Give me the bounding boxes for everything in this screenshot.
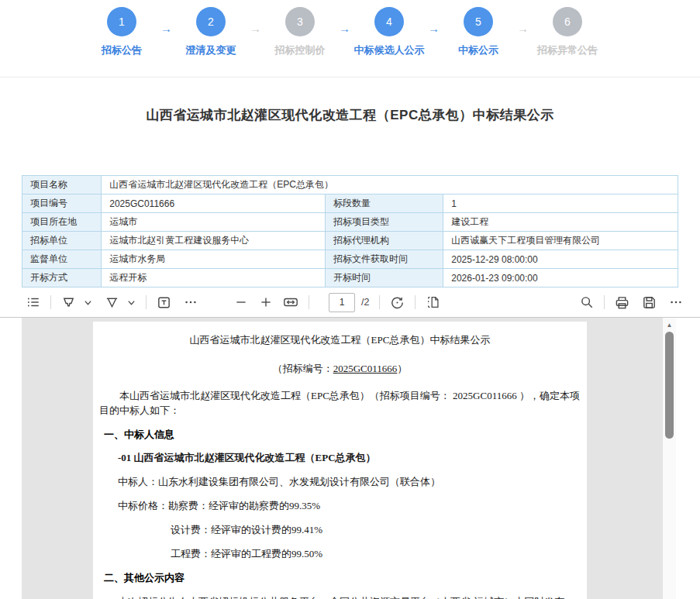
arrow-right-icon: → — [516, 22, 530, 35]
field-label: 招标代理机构 — [325, 232, 443, 250]
field-label: 标段数量 — [325, 195, 443, 213]
fit-width-icon[interactable] — [283, 294, 298, 310]
page-title: 山西省运城市北赵灌区现代化改造工程（EPC总承包）中标结果公示 — [0, 106, 700, 124]
field-label: 招标项目类型 — [325, 213, 443, 232]
toolbar-divider — [379, 295, 380, 309]
arrow-right-icon: → — [248, 22, 263, 35]
draw-icon[interactable] — [105, 295, 119, 310]
field-value: 运城市 — [102, 213, 326, 232]
zoom-in-icon[interactable] — [260, 296, 272, 308]
search-icon[interactable] — [580, 295, 594, 309]
progress-stepper: 1 招标公告 → 2 澄清及变更 → 3 招标控制价 → 4 中标候选人公示 →… — [0, 0, 700, 77]
vertical-scrollbar[interactable]: ▲ — [663, 318, 676, 599]
field-value: 山西诚赢天下工程项目管理有限公司 — [443, 232, 678, 250]
field-value: 2026-01-23 09:00:00 — [443, 269, 678, 287]
pdf-page: 山西省运城市北赵灌区现代化改造工程（EPC总承包）中标结果公示 （招标编号：20… — [93, 322, 587, 599]
toolbar-divider — [415, 295, 416, 309]
save-icon[interactable] — [642, 295, 657, 310]
doc-price-design: 设计费：经评审的设计费的99.41% — [171, 522, 581, 537]
table-row: 开标方式 远程开标 开标时间 2026-01-23 09:00:00 — [22, 269, 678, 287]
field-label: 项目名称 — [22, 176, 102, 195]
step-clarification[interactable]: 2 澄清及变更 — [174, 7, 248, 57]
table-row: 监督单位 运城市水务局 招标文件获取时间 2025-12-29 08:00:00 — [22, 250, 678, 269]
field-label: 项目所在地 — [22, 213, 102, 232]
step-bid-announcement[interactable]: 1 招标公告 — [84, 7, 159, 57]
step-number: 2 — [196, 7, 226, 36]
step-number: 6 — [553, 7, 582, 36]
doc-intro: 本山西省运城市北赵灌区现代化改造工程（EPC总承包）（招标项目编号： 2025G… — [99, 388, 581, 418]
zoom-out-icon[interactable] — [235, 296, 247, 308]
toolbar-divider — [309, 295, 309, 309]
field-value: 2025-12-29 08:00:00 — [443, 250, 678, 269]
field-value: 建设工程 — [443, 213, 678, 232]
doc-footer-note: 本次招标公告在山西省招标投标公共服务平台、全国公共资源交易平台（山西省·运城市）… — [118, 594, 581, 599]
field-value: 远程开标 — [102, 269, 326, 287]
field-label: 招标文件获取时间 — [325, 250, 443, 269]
step-number: 3 — [285, 7, 315, 36]
add-text-icon[interactable] — [157, 295, 171, 310]
field-value: 1 — [443, 195, 678, 213]
print-icon[interactable] — [615, 295, 629, 310]
toolbar-divider — [604, 295, 605, 309]
doc-price-survey: 中标价格：勘察费：经评审的勘察费的99.35% — [118, 498, 581, 513]
toolbar-divider — [50, 295, 51, 309]
step-award-publicity[interactable]: 5 中标公示 — [441, 7, 516, 57]
table-row: 招标单位 运城市北赵引黄工程建设服务中心 招标代理机构 山西诚赢天下工程项目管理… — [22, 232, 678, 250]
field-value: 山西省运城市北赵灌区现代化改造工程（EPC总承包） — [102, 176, 678, 195]
doc-section1-heading: 一、中标人信息 — [104, 427, 581, 442]
table-row: 项目编号 2025GC011666 标段数量 1 — [22, 195, 678, 213]
step-number: 1 — [107, 7, 136, 36]
field-value: 运城市水务局 — [102, 250, 326, 269]
rotate-icon[interactable] — [390, 295, 405, 310]
field-value: 2025GC011666 — [102, 195, 326, 213]
doc-price-construction: 工程费：经评审的工程费的99.50% — [171, 546, 581, 561]
doc-section2-heading: 二、其他公示内容 — [104, 570, 581, 585]
bidno-number: 2025GC011666 — [333, 363, 398, 374]
step-abnormal-announcement[interactable]: 6 招标异常公告 — [530, 7, 605, 57]
arrow-right-icon: → — [159, 22, 174, 35]
doc-subsection-heading: -01 山西省运城市北赵灌区现代化改造工程（EPC总承包） — [118, 450, 581, 465]
step-label: 招标公告 — [102, 43, 142, 57]
toolbar-divider — [146, 295, 147, 309]
step-label: 招标异常公告 — [537, 43, 598, 57]
scroll-up-icon[interactable]: ▲ — [663, 318, 676, 329]
field-label: 招标单位 — [22, 232, 102, 250]
field-label: 开标方式 — [22, 269, 102, 287]
table-row: 项目所在地 运城市 招标项目类型 建设工程 — [22, 213, 678, 232]
highlight-icon[interactable] — [61, 295, 76, 310]
table-row: 项目名称 山西省运城市北赵灌区现代化改造工程（EPC总承包） — [22, 176, 678, 195]
step-control-price[interactable]: 3 招标控制价 — [263, 7, 337, 57]
bidno-suffix: ） — [397, 363, 407, 374]
doc-title: 山西省运城市北赵灌区现代化改造工程（EPC总承包）中标结果公示 — [99, 332, 581, 347]
field-value: 运城市北赵引黄工程建设服务中心 — [102, 232, 326, 250]
step-number: 5 — [464, 7, 493, 36]
page-view-icon[interactable] — [426, 294, 441, 310]
more-tools-icon[interactable] — [184, 295, 198, 309]
bidno-prefix: （招标编号： — [273, 363, 333, 374]
step-label: 中标公示 — [458, 43, 498, 57]
doc-bid-number-line: （招标编号：2025GC011666） — [99, 361, 581, 376]
page-number-input[interactable] — [329, 293, 355, 312]
doc-winner: 中标人：山东水利建设集团有限公司、水发规划设计有限公司（联合体） — [118, 474, 581, 489]
scrollbar-thumb[interactable] — [665, 332, 674, 439]
chevron-down-icon[interactable] — [127, 298, 136, 307]
step-label: 中标候选人公示 — [354, 43, 425, 57]
step-label: 招标控制价 — [275, 43, 326, 57]
document-outline-icon[interactable] — [26, 295, 40, 309]
page-total: /2 — [361, 297, 369, 308]
step-label: 澄清及变更 — [186, 43, 236, 57]
pdf-toolbar: /2 — [0, 287, 700, 318]
step-number: 4 — [374, 7, 404, 36]
pdf-viewer: 山西省运城市北赵灌区现代化改造工程（EPC总承包）中标结果公示 （招标编号：20… — [22, 318, 676, 599]
project-info-table: 项目名称 山西省运城市北赵灌区现代化改造工程（EPC总承包） 项目编号 2025… — [22, 175, 678, 287]
field-label: 项目编号 — [22, 195, 102, 213]
chevron-down-icon[interactable] — [84, 298, 92, 307]
arrow-right-icon: → — [426, 22, 441, 35]
arrow-right-icon: → — [337, 22, 352, 35]
more-options-icon[interactable] — [669, 295, 683, 309]
field-label: 监督单位 — [22, 250, 102, 269]
step-candidate-publicity[interactable]: 4 中标候选人公示 — [352, 7, 426, 57]
field-label: 开标时间 — [325, 269, 443, 287]
